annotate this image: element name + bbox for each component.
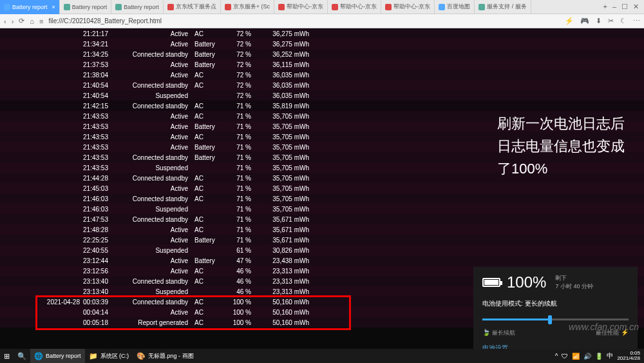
- tab-label: 服务支持 / 服务: [487, 3, 527, 11]
- slider-left-label: 最长续航: [492, 329, 515, 336]
- shield-icon[interactable]: 🛡: [562, 353, 568, 360]
- tab-favicon: [478, 4, 485, 10]
- tab-label: Battery report: [12, 4, 48, 10]
- app-icon: 🎨: [137, 352, 146, 360]
- ime-icon[interactable]: 中: [607, 351, 613, 360]
- taskbar-app[interactable]: 🌐Battery report: [30, 349, 85, 363]
- tab-favicon: [4, 4, 10, 10]
- table-row: 21:34:25Connected standbyBattery72 %36,2…: [0, 49, 644, 59]
- browser-tab[interactable]: Battery report×: [0, 0, 60, 14]
- tab-label: Battery report: [72, 4, 108, 10]
- table-row: 21:40:54Connected standbyAC72 %36,035 mW…: [0, 80, 644, 90]
- browser-tab[interactable]: 服务支持 / 服务: [475, 0, 531, 14]
- search-button[interactable]: 🔍: [14, 349, 30, 363]
- tab-favicon: [385, 4, 392, 10]
- battery-tray-icon[interactable]: 🔋: [595, 353, 603, 360]
- tab-favicon: [278, 4, 285, 10]
- taskbar-app[interactable]: 📁系统区 (C:): [85, 349, 133, 363]
- browser-tab[interactable]: 京东线下服务点: [164, 0, 221, 14]
- maximize-icon[interactable]: ☐: [621, 3, 628, 11]
- app-label: 系统区 (C:): [100, 352, 129, 360]
- battery-flyout: 100% 剩下 7 小时 40 分钟 电池使用模式: 更长的续航 🍃 最长续航 …: [473, 267, 638, 349]
- table-row: 21:34:21ActiveBattery72 %36,275 mWh: [0, 39, 644, 49]
- tab-label: 帮助中心-京东: [287, 3, 323, 11]
- battery-percent: 100%: [507, 273, 546, 291]
- tab-label: 帮助中心-京东: [340, 3, 377, 11]
- annotation-text: 刷新一次电池日志后 日志电量信息也变成 了100%: [497, 112, 625, 181]
- table-row: 21:46:03Connected standbyAC71 %35,705 mW…: [0, 193, 644, 204]
- table-row: 21:37:53ActiveBattery72 %36,115 mWh: [0, 59, 644, 70]
- reload-icon[interactable]: ⟳: [19, 17, 24, 25]
- table-row: 21:21:17ActiveAC72 %36,275 mWh: [0, 28, 644, 39]
- table-row: 21:48:28ActiveAC71 %35,671 mWh: [0, 224, 644, 235]
- new-tab-button[interactable]: +: [603, 3, 607, 11]
- bolt-icon[interactable]: ⚡: [565, 17, 574, 25]
- remain-label: 剩下: [555, 274, 593, 282]
- volume-icon[interactable]: 🔊: [583, 353, 591, 360]
- tab-label: 百度地图: [447, 3, 470, 11]
- battery-icon: [482, 278, 500, 287]
- tab-favicon: [115, 4, 122, 10]
- browser-tab[interactable]: 京东服务+ (Sc: [221, 0, 274, 14]
- remain-time: 7 小时 40 分钟: [555, 282, 593, 291]
- tab-favicon: [225, 4, 231, 10]
- table-row: 21:45:03ActiveAC71 %35,705 mWh: [0, 183, 644, 193]
- table-row: 21:40:54Suspended72 %36,035 mWh: [0, 90, 644, 101]
- watermark: www.cfan.com.cn: [569, 322, 639, 332]
- browser-tab[interactable]: Battery report: [60, 0, 112, 14]
- app-icon: 📁: [89, 352, 98, 360]
- browser-tab[interactable]: 帮助中心-京东: [328, 0, 381, 14]
- table-row: 22:40:55Suspended61 %30,826 mWh: [0, 245, 644, 255]
- tab-favicon: [439, 4, 445, 10]
- battery-settings-link[interactable]: 电池设置: [482, 344, 629, 349]
- home-icon[interactable]: ⌂: [30, 17, 34, 25]
- browser-tab[interactable]: Battery report: [111, 0, 164, 14]
- table-row: 21:42:15Connected standbyAC71 %35,819 mW…: [0, 101, 644, 111]
- browser-tab[interactable]: 百度地图: [435, 0, 475, 14]
- tab-favicon: [64, 4, 70, 10]
- more-icon[interactable]: ⋯: [633, 17, 640, 25]
- address-bar: ‹ › ⟳ ⌂ ≡ file:///C:/20210428_Battery_Re…: [0, 14, 644, 28]
- tab-label: 京东服务+ (Sc: [233, 3, 270, 11]
- battery-mode-label: 电池使用模式: 更长的续航: [482, 299, 629, 308]
- close-icon[interactable]: ×: [52, 4, 55, 10]
- table-row: 21:46:03Suspended71 %35,705 mWh: [0, 204, 644, 214]
- back-icon[interactable]: ‹: [4, 17, 6, 25]
- app-icon: 🌐: [34, 352, 43, 360]
- browser-tab[interactable]: 帮助中心-京东: [274, 0, 328, 14]
- search-icon: 🔍: [17, 352, 26, 360]
- tab-label: Battery report: [124, 4, 159, 10]
- gamepad-icon[interactable]: 🎮: [580, 17, 589, 25]
- page-content: 21:21:17ActiveAC72 %36,275 mWh21:34:21Ac…: [0, 28, 644, 349]
- close-icon[interactable]: ✕: [633, 3, 639, 11]
- table-row: 21:38:04ActiveAC72 %36,035 mWh: [0, 70, 644, 80]
- download-icon[interactable]: ⬇: [596, 17, 601, 25]
- taskbar-clock[interactable]: 0:052021/4/28: [617, 351, 640, 361]
- minimize-icon[interactable]: –: [612, 3, 616, 11]
- table-row: 22:25:25ActiveBattery71 %35,671 mWh: [0, 235, 644, 245]
- app-label: 无标题.png - 画图: [148, 352, 194, 360]
- network-icon[interactable]: 📶: [572, 353, 580, 360]
- browser-tab[interactable]: 帮助中心-京东: [381, 0, 435, 14]
- browser-tabs: Battery report×Battery reportBattery rep…: [0, 0, 644, 14]
- taskbar: ⊞ 🔍 🌐Battery report📁系统区 (C:)🎨无标题.png - 画…: [0, 349, 644, 363]
- table-row: 23:12:44ActiveBattery47 %23,438 mWh: [0, 255, 644, 266]
- tab-label: 帮助中心-京东: [393, 3, 430, 11]
- table-row: 21:47:53Connected standbyAC71 %35,671 mW…: [0, 214, 644, 224]
- leaf-icon: 🍃: [482, 329, 490, 336]
- app-label: Battery report: [46, 353, 81, 359]
- windows-icon: ⊞: [4, 352, 10, 360]
- taskbar-app[interactable]: 🎨无标题.png - 画图: [133, 349, 198, 363]
- tab-favicon: [167, 4, 174, 10]
- tab-label: 京东线下服务点: [176, 3, 216, 11]
- cut-icon[interactable]: ✂: [608, 17, 614, 25]
- tab-favicon: [332, 4, 338, 10]
- start-button[interactable]: ⊞: [0, 349, 14, 363]
- moon-icon[interactable]: ☾: [620, 17, 627, 25]
- tray-up-icon[interactable]: ^: [555, 353, 558, 360]
- forward-icon[interactable]: ›: [12, 17, 14, 25]
- url-text[interactable]: file:///C:/20210428_Battery_Report.html: [48, 17, 560, 25]
- menu-icon[interactable]: ≡: [39, 17, 43, 25]
